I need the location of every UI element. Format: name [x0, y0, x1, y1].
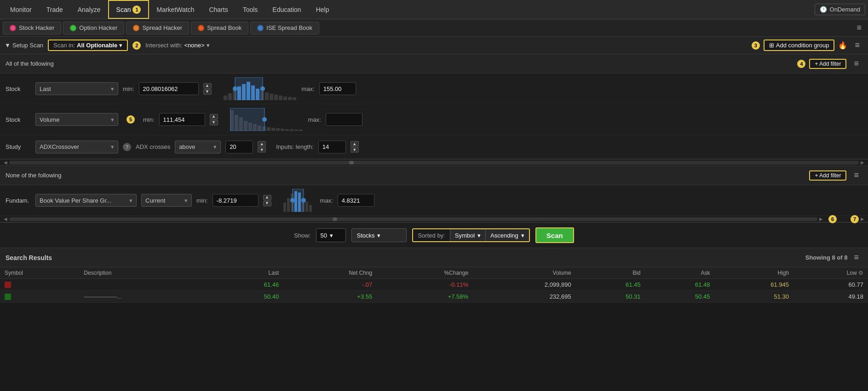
ondemand-button[interactable]: 🕐 OnDemand: [815, 4, 865, 15]
tab-spread-book[interactable]: Spread Book: [191, 22, 248, 34]
stepper-down[interactable]: ▼: [203, 89, 212, 95]
scroll-left-arrow2[interactable]: ◀: [2, 216, 9, 221]
none-following-section: None of the following + Add filter ≡ Fun…: [0, 166, 868, 216]
nav-charts[interactable]: Charts: [201, 0, 235, 19]
top-navigation: Monitor Trade Analyze Scan 1 MarketWatch…: [0, 0, 868, 19]
col-high[interactable]: High: [714, 267, 793, 279]
tabs-bar: Stock Hacker Option Hacker Spread Hacker…: [0, 19, 868, 37]
adx-value-box[interactable]: 20: [225, 141, 253, 153]
col-netchng[interactable]: Net Chng: [283, 267, 377, 279]
sort-direction-select[interactable]: Ascending ▾: [486, 229, 529, 241]
adx-help-icon[interactable]: ?: [123, 143, 131, 151]
none-section-scrollbar[interactable]: ◀ ▶ 6 7 ▶: [0, 216, 868, 222]
all-section-scrollbar[interactable]: ◀ ▶: [0, 159, 868, 166]
tab-option-hacker[interactable]: Option Hacker: [63, 22, 124, 34]
scroll-left-arrow[interactable]: ◀: [2, 160, 9, 165]
tabs-menu-icon[interactable]: ≡: [853, 21, 865, 34]
nav-monitor[interactable]: Monitor: [3, 0, 39, 19]
stepper-down[interactable]: ▼: [258, 147, 266, 153]
adx-direction-select[interactable]: above ▾: [175, 141, 221, 153]
col-description[interactable]: Description: [79, 267, 214, 279]
stepper-up[interactable]: ▲: [258, 141, 266, 147]
scroll-right-arrow2[interactable]: ▶: [817, 216, 825, 221]
fundam-max-value[interactable]: 4.8321: [338, 194, 374, 207]
results-count: Showing 8 of 8 ≡: [805, 251, 862, 264]
tab-ise-spread-book[interactable]: ISE Spread Book: [250, 22, 319, 34]
table-row[interactable]: 61.46 -.07 -0.11% 2,099,890 61.45 61.48 …: [0, 279, 868, 291]
add-filter-button-all[interactable]: + Add filter: [809, 59, 846, 69]
stock-volume-min-stepper[interactable]: ▲ ▼: [210, 114, 218, 125]
add-filter-button-none[interactable]: + Add filter: [809, 170, 846, 181]
all-section-menu-icon[interactable]: ≡: [850, 57, 862, 70]
col-bid[interactable]: Bid: [576, 267, 645, 279]
scan-button[interactable]: Scan: [535, 227, 574, 243]
filter-volume-select[interactable]: Volume ▾: [35, 113, 118, 126]
scrollbar-thumb2[interactable]: [333, 217, 337, 221]
table-row[interactable]: ——————... 50.40 +3.55 +7.58% 232,695 50.…: [0, 291, 868, 303]
cell-high: 61.945: [714, 279, 793, 291]
tab-dot-option: [70, 25, 76, 31]
stock-last-min-stepper[interactable]: ▲ ▼: [203, 83, 212, 95]
col-pctchange[interactable]: %Change: [377, 267, 473, 279]
fundam-min-stepper[interactable]: ▲ ▼: [263, 195, 271, 206]
stock-last-min-value[interactable]: 20.08016062: [139, 82, 199, 95]
nav-analyze[interactable]: Analyze: [70, 0, 108, 19]
scan-menu-icon[interactable]: ≡: [851, 39, 863, 52]
nav-trade[interactable]: Trade: [39, 0, 70, 19]
none-following-header: None of the following + Add filter ≡: [0, 166, 868, 185]
filter-adx-select[interactable]: ADXCrossover ▾: [35, 141, 118, 153]
filter-period-select[interactable]: Current ▾: [141, 194, 192, 207]
filter-fundam-select[interactable]: Book Value Per Share Gr... ▾: [35, 194, 137, 207]
all-header-right: 4 + Add filter ≡: [797, 57, 862, 70]
stock-last-max-value[interactable]: 155.00: [319, 82, 356, 95]
sort-symbol-select[interactable]: Symbol ▾: [450, 229, 486, 241]
tab-spread-hacker[interactable]: Spread Hacker: [126, 22, 189, 34]
col-symbol[interactable]: Symbol: [0, 267, 79, 279]
nav-scan[interactable]: Scan 1: [108, 0, 149, 19]
scrollbar-track2[interactable]: [9, 217, 817, 221]
adx-length-box[interactable]: 14: [318, 141, 346, 153]
add-condition-button[interactable]: ⊞ Add condition group: [764, 40, 835, 51]
none-header-right: + Add filter ≡: [809, 169, 862, 182]
results-section: Search Results Showing 8 of 8 ≡ Symbol D…: [0, 248, 868, 303]
filter-last-select[interactable]: Last ▾: [35, 82, 118, 95]
gear-icon[interactable]: ⚙: [858, 270, 863, 276]
stepper-down[interactable]: ▼: [351, 147, 359, 153]
stock-volume-min-value[interactable]: 111,454: [159, 113, 205, 126]
stepper-up[interactable]: ▲: [351, 141, 359, 147]
scroll-right-arrow[interactable]: ▶: [859, 160, 866, 165]
cell-volume: 232,695: [473, 291, 576, 303]
stepper-down[interactable]: ▼: [263, 201, 271, 206]
scrollbar-track[interactable]: [9, 161, 859, 164]
cell-volume: 2,099,890: [473, 279, 576, 291]
nav-help[interactable]: Help: [309, 0, 337, 19]
nav-tools[interactable]: Tools: [236, 0, 265, 19]
stepper-down[interactable]: ▼: [210, 120, 218, 125]
adx-value-stepper[interactable]: ▲ ▼: [258, 141, 266, 153]
scan-type-select[interactable]: Stocks ▾: [351, 228, 407, 242]
nav-marketwatch[interactable]: MarketWatch: [149, 0, 201, 19]
svg-rect-13: [283, 96, 287, 100]
col-low[interactable]: Low ⚙: [793, 267, 868, 279]
stock-volume-max-value[interactable]: [326, 113, 362, 126]
scan-in-selector[interactable]: Scan in: All Optionable ▾: [48, 40, 128, 51]
adx-length-stepper[interactable]: ▲ ▼: [351, 141, 359, 153]
col-last[interactable]: Last: [214, 267, 283, 279]
col-ask[interactable]: Ask: [645, 267, 715, 279]
stepper-up[interactable]: ▲: [210, 114, 218, 119]
stepper-up[interactable]: ▲: [203, 83, 212, 89]
nav-education[interactable]: Education: [265, 0, 308, 19]
intersect-selector[interactable]: Intersect with: <none> ▾: [145, 42, 209, 49]
scrollbar-thumb[interactable]: [349, 161, 354, 164]
stepper-up[interactable]: ▲: [263, 195, 271, 200]
scroll-right-arrow3[interactable]: ▶: [859, 216, 866, 221]
fundam-min-value[interactable]: -8.2719: [213, 194, 259, 207]
fire-icon[interactable]: 🔥: [838, 41, 847, 50]
setup-scan-dropdown[interactable]: ▼ Setup Scan: [5, 42, 43, 49]
none-section-menu-icon[interactable]: ≡: [850, 169, 862, 182]
show-count-select[interactable]: 50 ▾: [316, 228, 346, 242]
svg-rect-9: [265, 92, 269, 100]
tab-stock-hacker[interactable]: Stock Hacker: [3, 22, 61, 34]
col-volume[interactable]: Volume: [473, 267, 576, 279]
results-menu-icon[interactable]: ≡: [850, 251, 862, 264]
